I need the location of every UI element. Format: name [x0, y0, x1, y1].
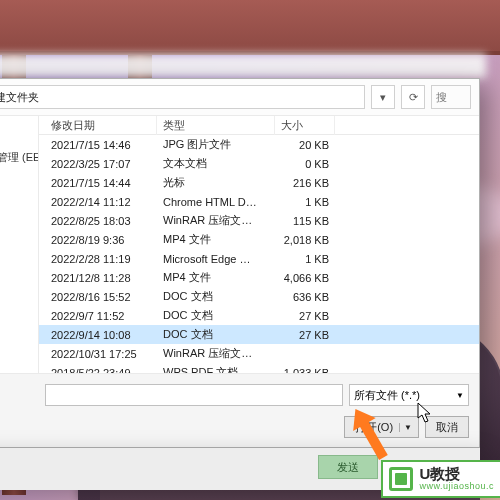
file-size: 1 KB — [275, 253, 335, 265]
file-size: 0 KB — [275, 158, 335, 170]
watermark-logo-icon — [389, 467, 413, 491]
open-button-dropdown[interactable]: ▼ — [399, 423, 412, 432]
column-header-date[interactable]: 修改日期 — [45, 116, 157, 135]
file-row[interactable]: 2022/10/31 17:25WinRAR 压缩文… — [39, 344, 479, 363]
open-button-label: 打开(O) — [355, 420, 393, 435]
column-header-row: 修改日期 类型 大小 — [39, 116, 479, 135]
file-date: 2022/8/19 9:36 — [45, 234, 157, 246]
file-date: 2021/7/15 14:46 — [45, 139, 157, 151]
breadcrumb-box[interactable]: › (D:) › 新建文件夹 — [0, 85, 365, 109]
file-type: WPS PDF 文档 — [157, 365, 275, 373]
file-date: 2022/3/25 17:07 — [45, 158, 157, 170]
refresh-button[interactable]: ⟳ — [401, 85, 425, 109]
file-row[interactable]: 2018/5/22 23:49WPS PDF 文档1,033 KB — [39, 363, 479, 373]
file-date: 2022/2/14 11:12 — [45, 196, 157, 208]
file-type: DOC 文档 — [157, 327, 275, 342]
file-row[interactable]: 2022/8/19 9:36MP4 文件2,018 KB — [39, 230, 479, 249]
send-button[interactable]: 发送 — [318, 455, 378, 479]
file-type: DOC 文档 — [157, 289, 275, 304]
open-button[interactable]: 打开(O) ▼ — [344, 416, 419, 438]
file-size: 1 KB — [275, 196, 335, 208]
navigation-pane: $ 学旅行策划与管理 (EEPM… 小的解决方法 $2 — [0, 116, 39, 373]
file-size: 4,066 KB — [275, 272, 335, 284]
file-date: 2021/12/8 11:28 — [45, 272, 157, 284]
dialog-bottom-bar: 所有文件 (*.*) ▼ 打开(O) ▼ 取消 — [0, 373, 479, 447]
refresh-icon: ⟳ — [409, 91, 418, 104]
file-list: 2021/7/15 14:46JPG 图片文件20 KB2022/3/25 17… — [39, 135, 479, 373]
file-row[interactable]: 2021/7/15 14:44光标216 KB — [39, 173, 479, 192]
file-date: 2022/2/28 11:19 — [45, 253, 157, 265]
file-row[interactable]: 2022/2/28 11:19Microsoft Edge …1 KB — [39, 249, 479, 268]
cancel-button[interactable]: 取消 — [425, 416, 469, 438]
file-row[interactable]: 2021/12/8 11:28MP4 文件4,066 KB — [39, 268, 479, 287]
file-date: 2022/9/14 10:08 — [45, 329, 157, 341]
file-row[interactable]: 2022/9/14 10:08DOC 文档27 KB — [39, 325, 479, 344]
address-bar-row: › (D:) › 新建文件夹 ▾ ⟳ 搜 — [0, 79, 479, 116]
file-row[interactable]: 2022/8/16 15:52DOC 文档636 KB — [39, 287, 479, 306]
file-type: WinRAR 压缩文… — [157, 346, 275, 361]
file-date: 2021/7/15 14:44 — [45, 177, 157, 189]
breadcrumb-folder[interactable]: 新建文件夹 — [0, 90, 41, 105]
filename-row: 所有文件 (*.*) ▼ — [45, 384, 469, 406]
sidebar-item[interactable] — [0, 169, 38, 177]
file-date: 2022/8/16 15:52 — [45, 291, 157, 303]
file-size: 2,018 KB — [275, 234, 335, 246]
filename-input[interactable] — [45, 384, 343, 406]
file-row[interactable]: 2022/8/25 18:03WinRAR 压缩文…115 KB — [39, 211, 479, 230]
file-type: Chrome HTML D… — [157, 196, 275, 208]
dropdown-history-button[interactable]: ▾ — [371, 85, 395, 109]
cancel-button-label: 取消 — [436, 420, 458, 435]
file-date: 2022/8/25 18:03 — [45, 215, 157, 227]
file-type: WinRAR 压缩文… — [157, 213, 275, 228]
chevron-down-icon: ▼ — [456, 391, 464, 400]
column-header-type[interactable]: 类型 — [157, 116, 275, 135]
file-size: 27 KB — [275, 310, 335, 322]
column-header-size[interactable]: 大小 — [275, 116, 335, 135]
file-size: 27 KB — [275, 329, 335, 341]
file-type: MP4 文件 — [157, 270, 275, 285]
file-type: 文本文档 — [157, 156, 275, 171]
filetype-label: 所有文件 (*.*) — [354, 388, 420, 403]
sidebar-item[interactable]: 小的解决方法 — [0, 177, 38, 200]
file-row[interactable]: 2022/3/25 17:07文本文档0 KB — [39, 154, 479, 173]
file-row[interactable]: 2022/9/7 11:52DOC 文档27 KB — [39, 306, 479, 325]
file-row[interactable]: 2021/7/15 14:46JPG 图片文件20 KB — [39, 135, 479, 154]
watermark-brand: U教授 — [419, 466, 494, 483]
button-row: 打开(O) ▼ 取消 — [45, 416, 469, 438]
file-type: 光标 — [157, 175, 275, 190]
file-size: 115 KB — [275, 215, 335, 227]
chevron-down-icon: ▾ — [380, 91, 386, 104]
file-type: JPG 图片文件 — [157, 137, 275, 152]
file-row[interactable]: 2022/2/14 11:12Chrome HTML D…1 KB — [39, 192, 479, 211]
search-placeholder: 搜 — [436, 90, 447, 105]
sidebar-item[interactable]: $2 — [0, 349, 38, 369]
file-type: MP4 文件 — [157, 232, 275, 247]
file-list-area: 修改日期 类型 大小 2021/7/15 14:46JPG 图片文件20 KB2… — [39, 116, 479, 373]
file-date: 2022/10/31 17:25 — [45, 348, 157, 360]
search-input[interactable]: 搜 — [431, 85, 471, 109]
sidebar-item[interactable]: $ — [0, 126, 38, 146]
file-open-dialog: › (D:) › 新建文件夹 ▾ ⟳ 搜 $ 学旅行策划与管理 (EEPM… 小… — [0, 78, 480, 448]
file-type: Microsoft Edge … — [157, 253, 275, 265]
send-button-label: 发送 — [337, 460, 359, 475]
filetype-select[interactable]: 所有文件 (*.*) ▼ — [349, 384, 469, 406]
watermark: U教授 www.ujiaoshou.c — [381, 460, 500, 498]
file-size: 20 KB — [275, 139, 335, 151]
file-size: 216 KB — [275, 177, 335, 189]
parent-window-titlebar — [0, 54, 486, 78]
file-size: 636 KB — [275, 291, 335, 303]
watermark-url: www.ujiaoshou.c — [419, 482, 494, 492]
file-type: DOC 文档 — [157, 308, 275, 323]
sidebar-item[interactable]: 学旅行策划与管理 (EEPM… — [0, 146, 38, 169]
sidebar-item[interactable] — [0, 200, 38, 208]
file-date: 2022/9/7 11:52 — [45, 310, 157, 322]
